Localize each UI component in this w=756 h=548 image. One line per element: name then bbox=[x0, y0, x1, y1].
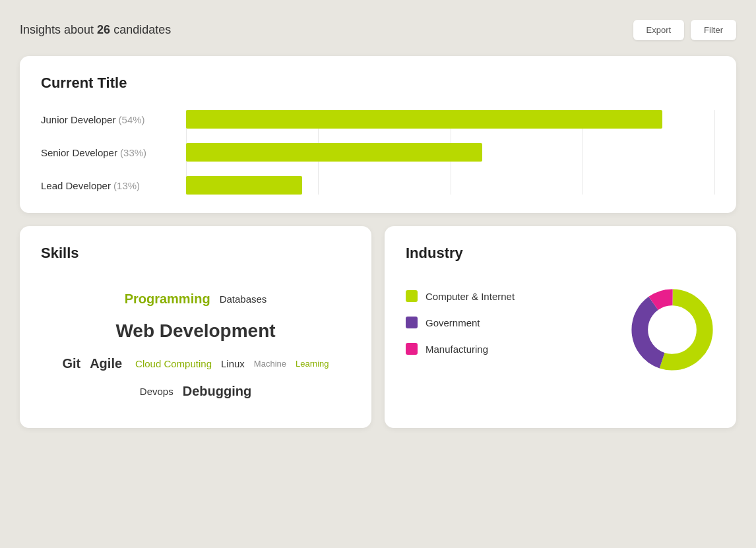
page-title: Insights about 26 candidates bbox=[20, 23, 171, 37]
bar-label-senior: Senior Developer (33%) bbox=[41, 147, 186, 158]
current-title-card: Current Title Junior Developer (54%) Sen… bbox=[20, 56, 736, 213]
word-git: Git bbox=[62, 351, 80, 375]
bottom-section: Skills Programming Databases Web Develop… bbox=[20, 226, 736, 428]
header-actions: Export Filter bbox=[633, 20, 736, 40]
industry-card: Industry Computer & Internet Government … bbox=[385, 226, 736, 428]
industry-heading: Industry bbox=[406, 245, 715, 262]
skills-heading: Skills bbox=[41, 245, 350, 262]
candidate-count: 26 bbox=[97, 23, 110, 36]
legend-color-computer bbox=[406, 290, 418, 302]
word-debugging: Debugging bbox=[183, 379, 251, 403]
bar-area-lead bbox=[186, 176, 715, 195]
legend-color-government bbox=[406, 317, 418, 328]
word-webdev: Web Development bbox=[41, 315, 350, 348]
bar-row-senior: Senior Developer (33%) bbox=[41, 143, 715, 162]
bar-fill-lead bbox=[186, 176, 302, 195]
title-suffix: candidates bbox=[110, 23, 171, 36]
legend-item-computer: Computer & Internet bbox=[406, 290, 610, 302]
bar-fill-senior bbox=[186, 143, 482, 162]
bar-area-senior bbox=[186, 143, 715, 162]
bar-label-junior: Junior Developer (54%) bbox=[41, 114, 186, 125]
bar-row-junior: Junior Developer (54%) bbox=[41, 110, 715, 129]
skills-card: Skills Programming Databases Web Develop… bbox=[20, 226, 371, 428]
filter-button[interactable]: Filter bbox=[691, 20, 736, 40]
legend-color-manufacturing bbox=[406, 343, 418, 355]
page-header: Insights about 26 candidates Export Filt… bbox=[20, 20, 736, 40]
donut-svg bbox=[629, 287, 715, 373]
export-button[interactable]: Export bbox=[633, 20, 685, 40]
word-programming: Programming bbox=[125, 287, 210, 311]
bar-label-lead: Lead Developer (13%) bbox=[41, 180, 186, 191]
word-cloud-computing: Cloud Computing bbox=[135, 355, 212, 373]
word-agile: Agile bbox=[90, 351, 122, 375]
donut-hole bbox=[650, 307, 695, 352]
legend-label-government: Government bbox=[425, 317, 480, 328]
legend-label-manufacturing: Manufacturing bbox=[425, 344, 488, 355]
donut-chart bbox=[629, 287, 715, 373]
word-machine: Machine bbox=[254, 356, 286, 371]
legend-item-manufacturing: Manufacturing bbox=[406, 343, 610, 355]
industry-content: Computer & Internet Government Manufactu… bbox=[406, 280, 715, 373]
current-title-heading: Current Title bbox=[41, 75, 715, 92]
industry-legend: Computer & Internet Government Manufactu… bbox=[406, 290, 610, 369]
bar-area-junior bbox=[186, 110, 715, 129]
legend-item-government: Government bbox=[406, 317, 610, 328]
word-databases: Databases bbox=[220, 290, 267, 308]
bar-row-lead: Lead Developer (13%) bbox=[41, 176, 715, 195]
word-cloud: Programming Databases Web Development Gi… bbox=[41, 280, 350, 410]
bar-fill-junior bbox=[186, 110, 662, 129]
word-learning: Learning bbox=[296, 356, 329, 371]
word-devops: Devops bbox=[140, 382, 173, 400]
word-linux: Linux bbox=[221, 355, 245, 373]
bar-chart: Junior Developer (54%) Senior Developer … bbox=[41, 110, 715, 195]
legend-label-computer: Computer & Internet bbox=[425, 291, 515, 302]
